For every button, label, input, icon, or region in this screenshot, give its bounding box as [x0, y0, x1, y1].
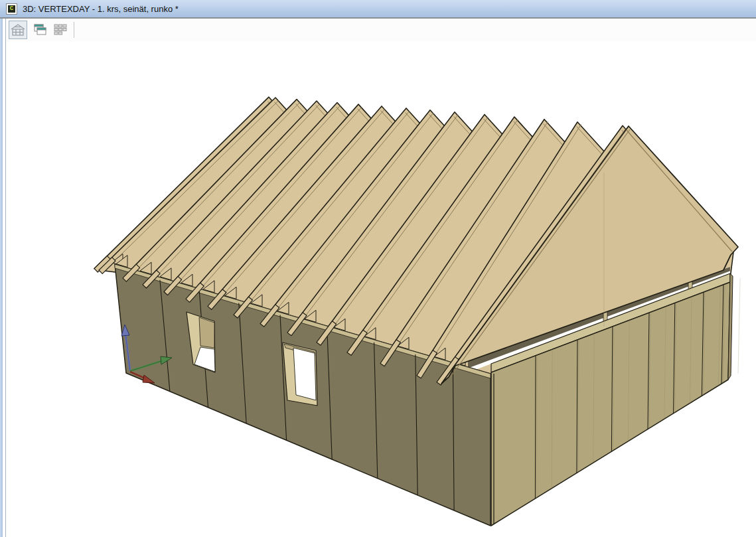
cascade-windows-button[interactable] [30, 21, 48, 39]
house-frame-icon [11, 23, 25, 37]
toolbar [6, 19, 756, 41]
window-left-border [0, 19, 3, 537]
window-titlebar[interactable]: C 3D: VERTEXDAY - 1. krs, seinät, runko … [0, 0, 756, 19]
viewport-3d[interactable] [0, 0, 756, 537]
tile-grid-icon [53, 23, 68, 37]
client-area-edge [5, 19, 6, 537]
vertex-app-icon: C [8, 5, 15, 13]
house-frame-model [0, 0, 756, 537]
tile-windows-button[interactable] [51, 21, 70, 39]
model-window-button[interactable] [9, 21, 27, 39]
toolbar-separator [74, 22, 74, 38]
window-title: 3D: VERTEXDAY - 1. krs, seinät, runko * [23, 4, 179, 14]
window-system-menu-icon[interactable]: C [6, 3, 17, 15]
cascade-windows-icon [32, 23, 46, 37]
